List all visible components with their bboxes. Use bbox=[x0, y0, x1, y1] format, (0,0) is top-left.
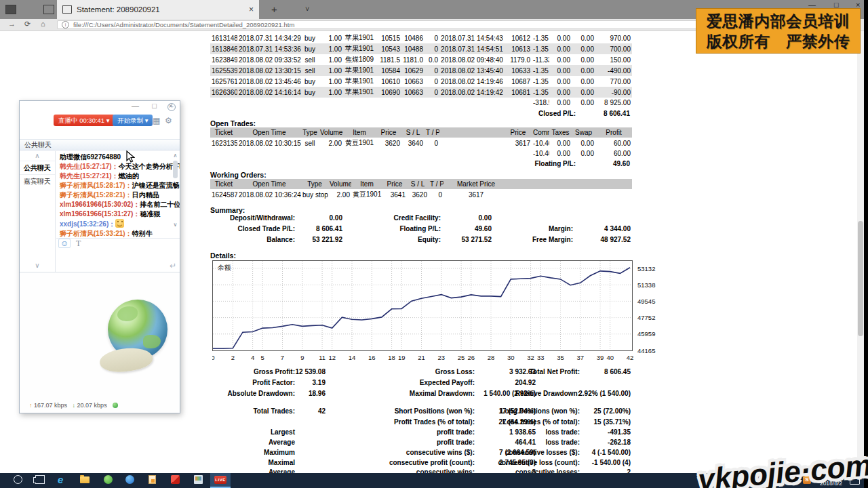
chat-message-list: 助理微信692764880 韩先生(15:27:17)：今天这个走势分析下吧韩先… bbox=[56, 151, 180, 238]
forward-icon[interactable]: → bbox=[8, 20, 16, 28]
edge-browser-icon[interactable]: e bbox=[58, 474, 63, 486]
set-aside-tabs-icon[interactable] bbox=[5, 5, 16, 14]
chat-message: 狮子析清风(15:28:17)：沪镍还是蛮流畅的 bbox=[60, 181, 172, 190]
page-scrollbar-thumb[interactable] bbox=[858, 221, 863, 336]
cell: buy bbox=[301, 33, 319, 43]
cell: -10.40 bbox=[532, 138, 549, 148]
svg-text:26: 26 bbox=[467, 354, 475, 361]
chat-panel-header[interactable]: 公共聊天 bbox=[20, 139, 180, 150]
cell: 10612 bbox=[505, 33, 532, 43]
svg-text:12: 12 bbox=[328, 354, 336, 361]
table-row: 16263602018.08.02 14:16:14buy1.00苹果19011… bbox=[210, 87, 632, 98]
emoji-picker-icon[interactable]: ☺ bbox=[58, 239, 71, 248]
stats-row: Gross Profit:12 539.08Gross Loss:3 932.6… bbox=[210, 368, 632, 377]
start-record-button[interactable]: 开始录制 ▾ bbox=[113, 115, 153, 126]
stream-preview-area: ↑ 167.07 kbps ↓ 20.07 kbps bbox=[20, 272, 180, 413]
layout-grid-icon[interactable]: ▦ bbox=[153, 116, 160, 125]
floating-pl: Floating P/L:49.60 bbox=[210, 160, 632, 169]
cell: 3620 bbox=[376, 138, 401, 148]
column-header: Item bbox=[351, 179, 382, 189]
summary-value: 53 221.92 bbox=[313, 236, 343, 243]
cortana-icon[interactable] bbox=[14, 475, 22, 484]
stat-label: consecutive loss (count): bbox=[498, 459, 580, 466]
svg-text:51338: 51338 bbox=[637, 281, 655, 289]
photos-app-icon[interactable] bbox=[194, 475, 203, 484]
live-stream-app-taskbar-item[interactable]: LIVE bbox=[210, 473, 231, 488]
sidebar-scroll-up-icon[interactable]: ∧ bbox=[20, 151, 55, 161]
column-header: Ticket bbox=[210, 127, 237, 138]
tab-preview-icon[interactable] bbox=[43, 5, 54, 14]
sidebar-scroll-down-icon[interactable]: ∨ bbox=[20, 262, 55, 269]
task-view-icon[interactable] bbox=[35, 475, 45, 484]
cell: 10687 bbox=[505, 76, 532, 87]
summary-label: Closed Trade P/L: bbox=[238, 225, 295, 232]
cell: 60.00 bbox=[595, 148, 632, 159]
document-app-icon[interactable] bbox=[149, 475, 156, 484]
tab-list-caret-icon[interactable]: ˅ bbox=[305, 5, 309, 13]
chat-scroll-down-icon[interactable]: ∨ bbox=[172, 222, 179, 228]
chat-scrollbar-thumb[interactable] bbox=[173, 161, 178, 178]
page-info-icon[interactable]: i bbox=[62, 21, 69, 28]
blue-app-icon[interactable] bbox=[125, 475, 134, 484]
column-header: S / L bbox=[401, 127, 425, 138]
column-header: Type bbox=[301, 179, 328, 189]
green-app-icon[interactable] bbox=[104, 475, 113, 484]
cell bbox=[343, 98, 376, 108]
cell: -1.35 bbox=[532, 76, 549, 87]
cell: 2018.08.02 13:45:46 bbox=[237, 76, 301, 87]
cell bbox=[343, 148, 376, 159]
closed-transactions-table: 16131482018.07.31 14:34:29buy1.00苹果19011… bbox=[210, 33, 632, 108]
closed-pl-value: 8 606.41 bbox=[604, 110, 630, 117]
cell: 1623849 bbox=[210, 54, 237, 65]
tab-close-icon[interactable]: × bbox=[249, 5, 254, 14]
chat-scrollbar[interactable]: ∧ ∨ bbox=[172, 151, 179, 238]
file-explorer-icon[interactable] bbox=[80, 476, 90, 483]
screen-edge bbox=[864, 0, 868, 488]
page-scrollbar[interactable] bbox=[857, 31, 864, 473]
cell: 1.00 bbox=[319, 76, 343, 87]
live-status-button[interactable]: 直播中 00:30:41 ▾ bbox=[54, 115, 115, 126]
collapse-panel-icon[interactable]: – bbox=[167, 103, 176, 111]
cell: 0.00 bbox=[549, 148, 572, 159]
chat-channel-selected[interactable]: 公共聊天 bbox=[20, 161, 55, 175]
cell: 0.00 bbox=[572, 54, 595, 65]
cell: 2018.08.02 13:30:15 bbox=[237, 65, 301, 76]
svg-text:49545: 49545 bbox=[637, 298, 655, 305]
summary-value: 0.00 bbox=[479, 214, 492, 222]
chat-scroll-up-icon[interactable]: ∧ bbox=[172, 152, 179, 159]
chat-channel-item[interactable]: 嘉宾聊天 bbox=[20, 175, 55, 188]
cell: 2018.07.31 14:54:51 bbox=[439, 43, 505, 54]
message-sender: xlm19661966(15:31:27)： bbox=[60, 210, 140, 218]
cell: 黄豆1901 bbox=[351, 189, 382, 200]
chat-minimize-button[interactable]: — bbox=[132, 102, 139, 110]
cell: 2018.07.31 14:54:43 bbox=[439, 33, 505, 43]
message-sender: 狮子析清风(15:28:17)： bbox=[60, 182, 132, 189]
cell: 1.00 bbox=[319, 65, 343, 76]
cell: 苹果1901 bbox=[343, 87, 376, 98]
table-row: 16245872018.08.02 10:36:24buy stop2.00黄豆… bbox=[210, 189, 632, 200]
cell: -1.35 bbox=[532, 43, 549, 54]
cell: -10.40 bbox=[532, 148, 549, 159]
cell: 10515 bbox=[376, 33, 401, 43]
column-header: Price bbox=[376, 127, 401, 138]
send-message-icon[interactable]: ↵ bbox=[170, 261, 176, 270]
cell bbox=[401, 148, 425, 159]
refresh-icon[interactable]: ⟳ bbox=[24, 20, 31, 28]
chat-input-field[interactable] bbox=[56, 250, 180, 272]
home-icon[interactable]: ⌂ bbox=[41, 20, 45, 28]
red-app-icon[interactable] bbox=[171, 475, 180, 484]
cell: 0 bbox=[425, 76, 439, 87]
browser-tab[interactable]: Statement: 2089020921 × bbox=[57, 0, 259, 19]
working-orders-title: Working Orders: bbox=[210, 171, 267, 179]
stat-value: 12 539.08 bbox=[296, 368, 326, 375]
totals-row: -318.590.000.008 925.00 bbox=[210, 98, 632, 108]
new-tab-button[interactable]: + bbox=[271, 3, 277, 15]
cell: 0.00 bbox=[572, 98, 595, 108]
gear-icon[interactable]: ⚙ bbox=[165, 116, 172, 125]
cell: sell bbox=[301, 54, 319, 65]
cell: 2.00 bbox=[328, 189, 351, 200]
chat-maximize-button[interactable]: □ bbox=[152, 102, 157, 110]
svg-text:23: 23 bbox=[438, 354, 446, 361]
font-format-icon[interactable]: T bbox=[76, 239, 81, 249]
cell bbox=[376, 98, 401, 108]
